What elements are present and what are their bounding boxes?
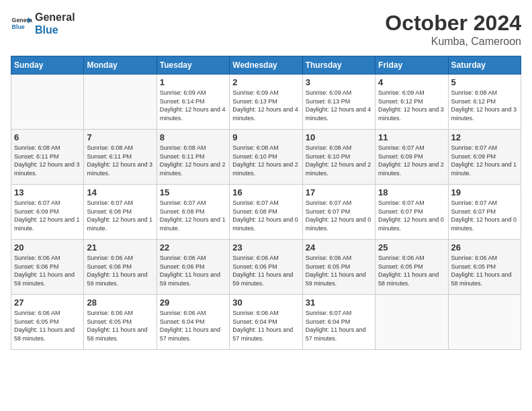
- day-info: Sunrise: 6:07 AMSunset: 6:08 PMDaylight:…: [87, 199, 153, 232]
- calendar-cell: 11Sunrise: 6:07 AMSunset: 6:09 PMDayligh…: [375, 130, 448, 185]
- day-number: 12: [451, 132, 518, 142]
- day-info: Sunrise: 6:06 AMSunset: 6:05 PMDaylight:…: [14, 309, 81, 342]
- day-info: Sunrise: 6:06 AMSunset: 6:05 PMDaylight:…: [378, 254, 445, 287]
- calendar-cell: 16Sunrise: 6:07 AMSunset: 6:08 PMDayligh…: [230, 185, 302, 240]
- day-number: 24: [306, 242, 372, 253]
- day-info: Sunrise: 6:09 AMSunset: 6:13 PMDaylight:…: [232, 89, 299, 122]
- calendar-cell: 18Sunrise: 6:07 AMSunset: 6:07 PMDayligh…: [375, 185, 448, 240]
- calendar-cell: 19Sunrise: 6:07 AMSunset: 6:07 PMDayligh…: [448, 185, 521, 240]
- col-header-saturday: Saturday: [448, 56, 521, 75]
- day-number: 23: [232, 242, 299, 253]
- day-info: Sunrise: 6:06 AMSunset: 6:06 PMDaylight:…: [14, 254, 81, 287]
- calendar-cell: 21Sunrise: 6:06 AMSunset: 6:06 PMDayligh…: [84, 240, 157, 295]
- day-number: 27: [14, 298, 81, 308]
- calendar-cell: 30Sunrise: 6:06 AMSunset: 6:04 PMDayligh…: [230, 295, 302, 350]
- calendar-header-row: SundayMondayTuesdayWednesdayThursdayFrid…: [11, 56, 521, 75]
- day-info: Sunrise: 6:06 AMSunset: 6:06 PMDaylight:…: [232, 254, 299, 287]
- day-info: Sunrise: 6:07 AMSunset: 6:07 PMDaylight:…: [451, 199, 518, 232]
- day-info: Sunrise: 6:06 AMSunset: 6:06 PMDaylight:…: [87, 254, 153, 287]
- calendar-cell: 17Sunrise: 6:07 AMSunset: 6:07 PMDayligh…: [302, 185, 375, 240]
- day-number: 28: [87, 298, 153, 308]
- calendar-cell: 25Sunrise: 6:06 AMSunset: 6:05 PMDayligh…: [375, 240, 448, 295]
- day-info: Sunrise: 6:06 AMSunset: 6:05 PMDaylight:…: [451, 254, 518, 287]
- day-info: Sunrise: 6:08 AMSunset: 6:10 PMDaylight:…: [306, 144, 372, 177]
- day-number: 14: [87, 187, 153, 197]
- day-number: 13: [14, 187, 81, 197]
- col-header-wednesday: Wednesday: [230, 56, 302, 75]
- day-info: Sunrise: 6:06 AMSunset: 6:05 PMDaylight:…: [87, 309, 153, 342]
- calendar-week-2: 6Sunrise: 6:08 AMSunset: 6:11 PMDaylight…: [11, 130, 521, 185]
- day-info: Sunrise: 6:09 AMSunset: 6:12 PMDaylight:…: [378, 89, 445, 122]
- day-number: 4: [378, 77, 445, 87]
- day-number: 16: [232, 187, 299, 197]
- title-block: October 2024 Kumba, Cameroon: [385, 11, 521, 48]
- calendar-cell: 2Sunrise: 6:09 AMSunset: 6:13 PMDaylight…: [230, 75, 302, 130]
- calendar-cell: 22Sunrise: 6:06 AMSunset: 6:06 PMDayligh…: [157, 240, 229, 295]
- calendar-cell: 7Sunrise: 6:08 AMSunset: 6:11 PMDaylight…: [84, 130, 157, 185]
- day-info: Sunrise: 6:08 AMSunset: 6:10 PMDaylight:…: [232, 144, 299, 177]
- calendar-week-5: 27Sunrise: 6:06 AMSunset: 6:05 PMDayligh…: [11, 295, 521, 350]
- page-header: General Blue General Blue October 2024 K…: [11, 11, 521, 48]
- day-info: Sunrise: 6:07 AMSunset: 6:08 PMDaylight:…: [232, 199, 299, 232]
- day-info: Sunrise: 6:07 AMSunset: 6:04 PMDaylight:…: [306, 309, 372, 342]
- calendar-cell: 20Sunrise: 6:06 AMSunset: 6:06 PMDayligh…: [11, 240, 84, 295]
- calendar-cell: 9Sunrise: 6:08 AMSunset: 6:10 PMDaylight…: [230, 130, 302, 185]
- calendar-cell: [11, 75, 84, 130]
- day-info: Sunrise: 6:08 AMSunset: 6:12 PMDaylight:…: [451, 89, 518, 122]
- calendar-cell: 31Sunrise: 6:07 AMSunset: 6:04 PMDayligh…: [302, 295, 375, 350]
- calendar-cell: 4Sunrise: 6:09 AMSunset: 6:12 PMDaylight…: [375, 75, 448, 130]
- day-info: Sunrise: 6:08 AMSunset: 6:11 PMDaylight:…: [160, 144, 226, 177]
- day-number: 30: [232, 298, 299, 308]
- day-number: 21: [87, 242, 153, 253]
- month-title: October 2024: [385, 11, 521, 36]
- calendar-week-4: 20Sunrise: 6:06 AMSunset: 6:06 PMDayligh…: [11, 240, 521, 295]
- day-number: 26: [451, 242, 518, 253]
- day-number: 25: [378, 242, 445, 253]
- day-number: 6: [14, 132, 81, 142]
- col-header-thursday: Thursday: [302, 56, 375, 75]
- logo-icon: General Blue: [11, 13, 32, 34]
- calendar-cell: [448, 295, 521, 350]
- calendar-cell: 6Sunrise: 6:08 AMSunset: 6:11 PMDaylight…: [11, 130, 84, 185]
- calendar-cell: 29Sunrise: 6:06 AMSunset: 6:04 PMDayligh…: [157, 295, 229, 350]
- col-header-monday: Monday: [84, 56, 157, 75]
- day-info: Sunrise: 6:06 AMSunset: 6:05 PMDaylight:…: [306, 254, 372, 287]
- calendar-week-3: 13Sunrise: 6:07 AMSunset: 6:09 PMDayligh…: [11, 185, 521, 240]
- calendar-cell: 3Sunrise: 6:09 AMSunset: 6:13 PMDaylight…: [302, 75, 375, 130]
- day-number: 31: [306, 298, 372, 308]
- day-number: 19: [451, 187, 518, 197]
- svg-text:Blue: Blue: [12, 24, 25, 30]
- day-info: Sunrise: 6:07 AMSunset: 6:09 PMDaylight:…: [14, 199, 81, 232]
- calendar-cell: 10Sunrise: 6:08 AMSunset: 6:10 PMDayligh…: [302, 130, 375, 185]
- day-info: Sunrise: 6:09 AMSunset: 6:14 PMDaylight:…: [160, 89, 226, 122]
- col-header-friday: Friday: [375, 56, 448, 75]
- col-header-tuesday: Tuesday: [157, 56, 229, 75]
- calendar-cell: 1Sunrise: 6:09 AMSunset: 6:14 PMDaylight…: [157, 75, 229, 130]
- logo-general: General: [35, 11, 75, 24]
- day-info: Sunrise: 6:06 AMSunset: 6:04 PMDaylight:…: [160, 309, 226, 342]
- col-header-sunday: Sunday: [11, 56, 84, 75]
- day-number: 5: [451, 77, 518, 87]
- day-number: 29: [160, 298, 226, 308]
- calendar-week-1: 1Sunrise: 6:09 AMSunset: 6:14 PMDaylight…: [11, 75, 521, 130]
- calendar-cell: 15Sunrise: 6:07 AMSunset: 6:08 PMDayligh…: [157, 185, 229, 240]
- calendar-cell: 24Sunrise: 6:06 AMSunset: 6:05 PMDayligh…: [302, 240, 375, 295]
- day-number: 8: [160, 132, 226, 142]
- day-info: Sunrise: 6:07 AMSunset: 6:07 PMDaylight:…: [306, 199, 372, 232]
- day-number: 7: [87, 132, 153, 142]
- calendar-cell: 23Sunrise: 6:06 AMSunset: 6:06 PMDayligh…: [230, 240, 302, 295]
- logo: General Blue General Blue: [11, 11, 75, 36]
- day-number: 11: [378, 132, 445, 142]
- location: Kumba, Cameroon: [385, 36, 521, 48]
- calendar-cell: [375, 295, 448, 350]
- day-number: 17: [306, 187, 372, 197]
- day-info: Sunrise: 6:08 AMSunset: 6:11 PMDaylight:…: [87, 144, 153, 177]
- day-number: 18: [378, 187, 445, 197]
- day-info: Sunrise: 6:07 AMSunset: 6:07 PMDaylight:…: [378, 199, 445, 232]
- day-info: Sunrise: 6:07 AMSunset: 6:09 PMDaylight:…: [378, 144, 445, 177]
- day-number: 20: [14, 242, 81, 253]
- day-number: 2: [232, 77, 299, 87]
- day-info: Sunrise: 6:07 AMSunset: 6:09 PMDaylight:…: [451, 144, 518, 177]
- day-number: 9: [232, 132, 299, 142]
- calendar-cell: 27Sunrise: 6:06 AMSunset: 6:05 PMDayligh…: [11, 295, 84, 350]
